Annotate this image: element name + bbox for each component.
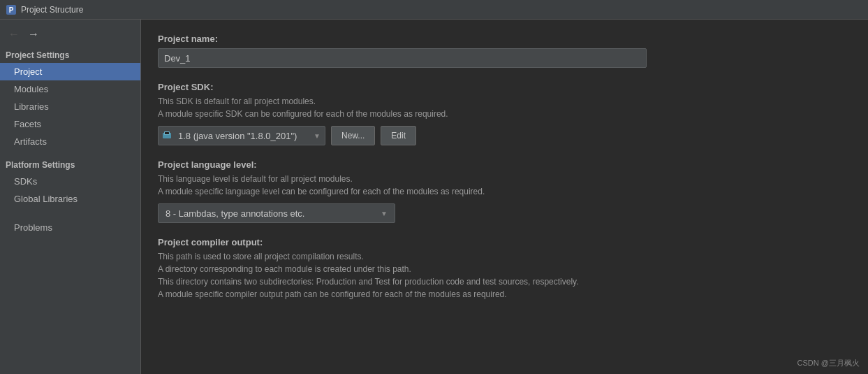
window-title: Project Structure <box>21 5 83 15</box>
sdk-description-1: This SDK is default for all project modu… <box>158 95 851 120</box>
project-compiler-output-label: Project compiler output: <box>158 237 851 247</box>
sdk-chevron-icon: ▼ <box>314 132 321 140</box>
project-name-input[interactable] <box>158 48 647 68</box>
compiler-output-description: This path is used to store all project c… <box>158 250 851 301</box>
sidebar-divider-2 <box>0 208 140 213</box>
new-sdk-button[interactable]: New... <box>331 126 375 145</box>
platform-settings-label: Platform Settings <box>0 156 140 173</box>
sidebar-item-sdks[interactable]: SDKs <box>0 173 140 190</box>
sidebar-divider-1 <box>0 150 140 156</box>
sidebar-item-modules[interactable]: Modules <box>0 80 140 98</box>
sidebar-item-global-libraries[interactable]: Global Libraries <box>0 190 140 208</box>
project-compiler-output-group: Project compiler output: This path is us… <box>158 237 851 301</box>
main-layout: ← → Project Settings Project Modules Lib… <box>0 20 868 374</box>
project-name-label: Project name: <box>158 34 851 44</box>
language-level-value: 8 - Lambdas, type annotations etc. <box>165 208 304 219</box>
project-language-level-label: Project language level: <box>158 159 851 170</box>
sidebar-item-libraries[interactable]: Libraries <box>0 98 140 115</box>
sdk-icon <box>163 130 174 141</box>
sidebar-divider-3 <box>0 213 140 219</box>
project-sdk-group: Project SDK: This SDK is default for all… <box>158 82 851 145</box>
sdk-dropdown[interactable]: 1.8 (java version "1.8.0_201") ▼ <box>158 126 325 145</box>
nav-buttons: ← → <box>0 22 140 46</box>
watermark: CSDN @三月枫火 <box>797 358 860 368</box>
project-name-group: Project name: <box>158 34 851 68</box>
app-icon: P <box>6 4 17 15</box>
sdk-row: 1.8 (java version "1.8.0_201") ▼ New... … <box>158 126 851 145</box>
svg-rect-4 <box>165 132 169 134</box>
sidebar-item-facets[interactable]: Facets <box>0 115 140 133</box>
project-sdk-label: Project SDK: <box>158 82 851 92</box>
edit-sdk-button[interactable]: Edit <box>381 126 416 145</box>
back-button[interactable]: ← <box>6 27 22 42</box>
sidebar-item-project[interactable]: Project <box>0 63 140 80</box>
language-level-chevron-icon: ▼ <box>381 210 388 217</box>
language-level-description: This language level is default for all p… <box>158 173 851 198</box>
sidebar-item-artifacts[interactable]: Artifacts <box>0 133 140 150</box>
project-language-level-group: Project language level: This language le… <box>158 159 851 223</box>
sidebar: ← → Project Settings Project Modules Lib… <box>0 20 141 374</box>
sdk-value: 1.8 (java version "1.8.0_201") <box>178 131 297 141</box>
sidebar-item-problems[interactable]: Problems <box>0 219 140 236</box>
project-settings-label: Project Settings <box>0 46 140 63</box>
svg-text:P: P <box>9 6 14 14</box>
forward-button[interactable]: → <box>25 27 42 42</box>
content-area: Project name: Project SDK: This SDK is d… <box>141 20 868 374</box>
title-bar: P Project Structure <box>0 0 868 20</box>
language-level-dropdown[interactable]: 8 - Lambdas, type annotations etc. ▼ <box>158 203 395 223</box>
